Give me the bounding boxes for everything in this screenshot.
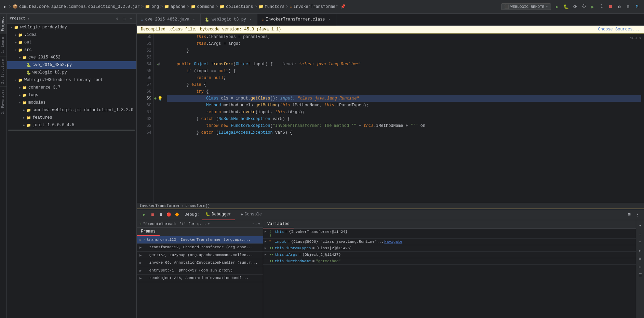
tree-item-jms[interactable]: ▶ 📁 com.bea.weblogic.jms.dotnetclient_1.… <box>7 106 136 114</box>
breadcrumb-apache[interactable]: 📁 apache <box>164 4 185 9</box>
restore-layout-icon[interactable]: ⊡ <box>626 211 633 218</box>
panel-collapse-icon[interactable]: ◫ <box>121 16 127 21</box>
var-item-this[interactable]: ▶ { } this = {InvokerTransformer@11424} <box>263 229 636 239</box>
expand-arrow-src[interactable]: ▾ <box>14 48 18 52</box>
tab-cve-java-close[interactable]: ✕ <box>191 17 196 22</box>
thread-up-icon[interactable]: ↑ <box>252 222 254 226</box>
run2-button[interactable]: ▶ <box>589 3 597 11</box>
frame-item-5[interactable]: ▶ readObject:346, AnnotationInvocationHa… <box>137 275 263 282</box>
tree-item-idea[interactable]: ▶ 📁 .idea <box>7 31 136 39</box>
breadcrumb-collections[interactable]: 📁 collections <box>219 4 253 9</box>
run-cursor-dbg-icon[interactable]: ↵ <box>637 247 644 254</box>
tree-item-cve-py[interactable]: 🐍 cve_2015_4852.py <box>7 61 136 69</box>
expand-arrow-jms[interactable]: ▶ <box>22 108 26 112</box>
debug-tab-console[interactable]: ▶ Console <box>238 209 265 220</box>
eval-dbg-icon[interactable]: ⊟ <box>637 255 644 262</box>
vcs-button[interactable]: M <box>633 3 641 11</box>
expand-arrow-modules[interactable]: ▾ <box>18 101 22 105</box>
step-over-dbg-icon[interactable]: ↷ <box>637 222 644 229</box>
expand-arrow-lib[interactable]: ▾ <box>14 78 18 82</box>
tree-item-coherence[interactable]: ▶ 📁 coherence 3.7 <box>7 84 136 91</box>
layout-button[interactable]: ⊞ <box>624 3 632 11</box>
run-config-dropdown[interactable]: ⬛ WEBLOGIC_REMOTE ▾ <box>501 3 551 10</box>
tree-item-junit[interactable]: ▶ 📁 junit-1.0.0.0-4.5 <box>7 121 136 129</box>
code-editor[interactable]: 50 51 52 53 54 55 56 57 58 59 60 61 62 6… <box>137 34 644 203</box>
coverage-button[interactable]: ⟳ <box>571 3 579 11</box>
pause-button[interactable]: ⏸ <box>157 211 164 218</box>
tree-item-src[interactable]: ▾ 📁 src <box>7 46 136 54</box>
mute-button[interactable]: 🔴 <box>165 211 172 218</box>
tab-weblogic-close[interactable]: ✕ <box>248 17 253 22</box>
var-item-input[interactable]: ▶ ≡ input = {Class@8696} "class java.lan… <box>263 239 636 245</box>
gutter-icon-59[interactable]: ● 💡 <box>155 95 161 102</box>
sidebar-label-favorites[interactable]: 2: Favorites <box>0 87 6 117</box>
gutter-icon-54[interactable]: ↗ @ <box>155 61 161 68</box>
footer-class[interactable]: InvokerTransformer <box>139 204 180 208</box>
debug-button[interactable]: 🐛 <box>562 3 570 11</box>
breadcrumb-home[interactable]: ▶ <box>3 4 8 9</box>
var-item-iargs[interactable]: ▶ ●● this.iArgs = {Object[2]@11427} <box>263 252 636 258</box>
choose-sources-link[interactable]: Choose Sources... <box>598 27 640 32</box>
settings-debug-button[interactable]: 🔶 <box>174 211 180 218</box>
sidebar-label-project[interactable]: Project <box>0 14 6 34</box>
breadcrumb-org[interactable]: 📁 org <box>145 4 159 9</box>
tree-item-cve-folder[interactable]: ▶ 📁 cve_2015_4852 <box>7 54 136 61</box>
breadcrumb-commons[interactable]: 📁 commons <box>191 4 214 9</box>
breadcrumb-functors[interactable]: 📁 functors <box>258 4 285 9</box>
var-item-iparamtypes[interactable]: ▶ ●● this.iParamTypes = {Class[2]@11426} <box>263 245 636 252</box>
code-content[interactable]: 100 % this.iParamTypes = paramTypes; thi… <box>164 34 644 203</box>
frame-item-4[interactable]: ▶ entrySet:-1, $Proxy57 (com.sun.proxy) <box>137 267 263 275</box>
stop-button[interactable]: ⏹ <box>606 3 615 11</box>
step-into-dbg-icon[interactable]: ↓ <box>637 230 644 237</box>
tree-item-weblogic-py[interactable]: 🐍 weblogic_t3.py <box>7 69 136 76</box>
run-button[interactable]: ▶ <box>553 3 561 11</box>
tab-invoker-close[interactable]: ✕ <box>327 17 332 22</box>
thread-down-icon[interactable]: ↓ <box>255 222 257 226</box>
var-expand-this[interactable]: ▶ <box>265 230 269 234</box>
frames-tab[interactable]: Frames <box>137 228 160 236</box>
thread-filter-icon[interactable]: ▼ <box>258 222 260 226</box>
footer-method[interactable]: transform() <box>185 204 210 208</box>
breakpoint-icon[interactable]: ● <box>154 96 157 101</box>
var-expand-input[interactable]: ▶ <box>265 240 269 243</box>
variables-tab[interactable]: Variables <box>263 220 294 228</box>
dropdown-icon[interactable]: ▾ <box>27 16 30 21</box>
expand-arrow-logs[interactable]: ▶ <box>18 93 22 97</box>
frame-expand-3[interactable]: ▶ <box>139 261 142 265</box>
expand-arrow-idea[interactable]: ▶ <box>14 33 18 37</box>
var-expand-iargs[interactable]: ▶ <box>265 253 269 256</box>
profile-button[interactable]: ⏱ <box>580 3 588 11</box>
expand-arrow-features[interactable]: ▶ <box>22 116 26 120</box>
more-icon[interactable]: ⋮ <box>634 211 641 218</box>
breadcrumb-pin-icon[interactable]: 📌 <box>340 4 346 9</box>
tab-cve-java[interactable]: ☕ cve_2015_4852.java ✕ <box>137 14 201 26</box>
expand-arrow-cve[interactable]: ▶ <box>18 55 22 59</box>
frame-expand-5[interactable]: ▶ <box>139 276 142 280</box>
frame-expand-0[interactable]: ▶ <box>139 238 142 242</box>
tree-item-out[interactable]: ▶ 📁 out <box>7 39 136 46</box>
expand-arrow-root[interactable]: ▾ <box>10 25 14 29</box>
tab-weblogic-py[interactable]: 🐍 weblogic_t3.py ✕ <box>201 14 257 26</box>
resume-button[interactable]: ▶ <box>141 211 148 218</box>
expand-arrow-coherence[interactable]: ▶ <box>18 85 22 90</box>
tree-item-lib-root[interactable]: ▾ 📁 Weblogic1036modules library root <box>7 76 136 84</box>
step-out-dbg-icon[interactable]: ↑ <box>637 239 644 246</box>
expand-arrow-junit[interactable]: ▶ <box>22 123 26 127</box>
step-over-button[interactable]: ⤵ <box>598 3 606 11</box>
tree-item-modules[interactable]: ▾ 📁 modules <box>7 99 136 106</box>
panel-settings-icon[interactable]: ⚙ <box>115 16 120 21</box>
frame-expand-2[interactable]: ▶ <box>139 253 142 257</box>
frame-item-1[interactable]: ▶ transform:122, ChainedTransformer (org… <box>137 244 263 251</box>
frame-expand-4[interactable]: ▶ <box>139 268 142 273</box>
breadcrumb-class[interactable]: ☕ InvokerTransformer <box>290 4 338 9</box>
settings-button[interactable]: ⚙ <box>615 3 623 11</box>
thread-dropdown-icon[interactable]: ▾ <box>207 222 210 226</box>
panel-close-icon[interactable]: — <box>128 16 134 21</box>
watch-dbg-icon[interactable]: ⊞ <box>637 263 644 270</box>
frame-expand-1[interactable]: ▶ <box>139 245 142 250</box>
tree-item-features[interactable]: ▶ 📁 features <box>7 114 136 121</box>
quick-fix-icon[interactable]: 💡 <box>158 96 163 101</box>
frame-item-2[interactable]: ▶ get:157, LazyMap (org.apache.commons.c… <box>137 252 263 259</box>
tab-invoker-class[interactable]: ☕ InvokerTransformer.class ✕ <box>257 14 336 26</box>
var-expand-iparamtypes[interactable]: ▶ <box>265 246 269 250</box>
